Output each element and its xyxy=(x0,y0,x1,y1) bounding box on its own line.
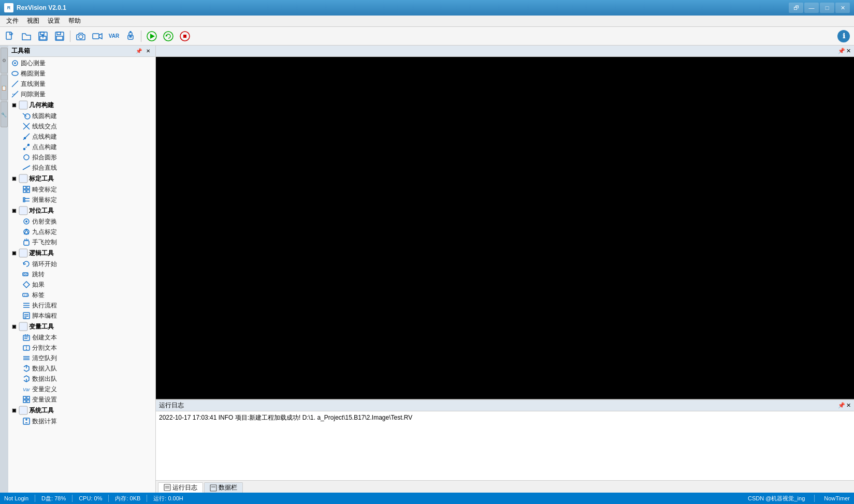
tree-item-script[interactable]: 脚本编程 xyxy=(20,310,155,321)
tree-item-if[interactable]: 如果 xyxy=(20,279,155,290)
content-area: 📌 ✕ 运行日志 📌 ✕ 2022-10-17 17:03:41 INFO 项目… xyxy=(156,46,854,493)
tree-item-line-measure[interactable]: 直线测量 xyxy=(8,79,155,89)
alignment-children: 仿射变换 九点标定 手飞控制 xyxy=(8,216,155,247)
canvas-close-button[interactable]: ✕ xyxy=(846,48,851,54)
tree-item-measure-cal[interactable]: 测量标定 xyxy=(20,195,155,205)
tree-item-data-enqueue[interactable]: 数据入队 xyxy=(20,363,155,374)
log-tab-run-log[interactable]: 运行日志 xyxy=(158,482,203,493)
canvas-pin-button[interactable]: 📌 xyxy=(838,48,845,54)
minimize-button[interactable]: — xyxy=(804,3,819,13)
tree-item-ellipse-measure[interactable]: 椭圆测量 xyxy=(8,68,155,79)
tree-item-clear-queue[interactable]: 清空队列 xyxy=(20,353,155,363)
svg-text:123: 123 xyxy=(24,294,30,297)
menu-help[interactable]: 帮助 xyxy=(64,16,85,26)
svg-rect-7 xyxy=(57,32,61,35)
left-tab-3[interactable]: 🔧 xyxy=(1,101,8,127)
sidebar-controls: 📌 ✕ xyxy=(135,47,152,55)
open-button[interactable] xyxy=(19,29,34,43)
log-close-button[interactable]: ✕ xyxy=(846,402,851,409)
login-status-text: Not Login xyxy=(4,495,28,501)
restore-button[interactable]: 🗗 xyxy=(789,3,803,13)
menu-view[interactable]: 视图 xyxy=(23,16,44,26)
title-bar: R RexVision V2.0.1 🗗 — □ ✕ xyxy=(0,0,854,16)
group-variable[interactable]: ▣ 变量工具 xyxy=(8,321,155,332)
save-as-button[interactable] xyxy=(35,29,51,43)
tree-item-line-intersect[interactable]: 线线交点 xyxy=(20,121,155,131)
loop-button[interactable] xyxy=(161,29,176,43)
point-point-icon xyxy=(22,142,31,152)
stop-button[interactable] xyxy=(177,29,193,43)
expand-icon-alignment: ▣ xyxy=(10,207,18,214)
svg-line-38 xyxy=(24,145,28,149)
tree-item-affine[interactable]: 仿射变换 xyxy=(20,216,155,227)
tree-item-label[interactable]: 123 标签 xyxy=(20,290,155,300)
tree-item-circle-measure[interactable]: 圆心测量 xyxy=(8,58,155,68)
loop-start-icon xyxy=(22,259,31,269)
tree-item-split-text[interactable]: 分割文本 xyxy=(20,343,155,353)
tree-item-point-point[interactable]: 点点构建 xyxy=(20,142,155,152)
tree-item-line-circle[interactable]: 线圆构建 xyxy=(20,111,155,121)
sidebar: 工具箱 📌 ✕ 圆心测量 xyxy=(8,46,156,493)
runtime-text: 运行: 0.00H xyxy=(153,495,183,502)
left-tab-2[interactable]: 📋 xyxy=(1,75,8,100)
new-button[interactable] xyxy=(2,29,18,43)
robot-button[interactable] xyxy=(123,29,138,43)
var-define-icon: Var xyxy=(22,384,31,394)
tree-item-fit-circle[interactable]: 拟合圆形 xyxy=(20,152,155,162)
group-alignment[interactable]: ▣ 对位工具 xyxy=(8,205,155,216)
log-tabs: 运行日志 数据栏 xyxy=(156,480,854,493)
tree-item-distortion[interactable]: 畸变标定 xyxy=(20,184,155,195)
tree-item-var-define[interactable]: Var 变量定义 xyxy=(20,384,155,394)
camera-button[interactable] xyxy=(73,29,89,43)
tree-item-hand-control[interactable]: 手飞控制 xyxy=(20,237,155,247)
svg-rect-3 xyxy=(40,32,44,35)
variable-children: 创建文本 分割文本 清空队列 xyxy=(8,332,155,405)
svg-rect-88 xyxy=(27,400,30,403)
tree-item-gap-measure[interactable]: 间隙测量 xyxy=(8,89,155,99)
log-header: 运行日志 📌 ✕ xyxy=(156,400,854,411)
group-calibration[interactable]: ▣ 标定工具 xyxy=(8,173,155,184)
expand-icon-system: ▣ xyxy=(10,407,18,414)
cpu-text: CPU: 0% xyxy=(79,495,102,501)
status-bar: Not Login D盘: 78% CPU: 0% 内存: 0KB 运行: 0.… xyxy=(0,493,854,504)
window-controls: 🗗 — □ ✕ xyxy=(789,3,850,13)
info-button[interactable]: ℹ xyxy=(837,30,850,42)
group-icon-logic xyxy=(19,248,28,258)
csdn-text: CSDN @机器视觉_ing xyxy=(748,495,805,502)
canvas-header: 📌 ✕ xyxy=(156,46,854,57)
svg-rect-47 xyxy=(23,200,25,202)
tree-item-exec-flow[interactable]: 执行流程 xyxy=(20,300,155,310)
fit-line-icon xyxy=(22,163,31,172)
tree-item-loop-start[interactable]: 循环开始 xyxy=(20,259,155,269)
status-sep-2 xyxy=(72,495,73,502)
close-button[interactable]: ✕ xyxy=(835,3,850,13)
tree-item-nine-point[interactable]: 九点标定 xyxy=(20,227,155,237)
group-logic[interactable]: ▣ 逻辑工具 xyxy=(8,247,155,259)
sidebar-pin-button[interactable]: 📌 xyxy=(135,47,143,55)
tree-item-goto[interactable]: GO 跳转 xyxy=(20,269,155,279)
tree-item-var-set[interactable]: 变量设置 xyxy=(20,394,155,405)
log-title: 运行日志 xyxy=(159,401,184,410)
menu-settings[interactable]: 设置 xyxy=(44,16,64,26)
tree-item-calc[interactable]: 数据计算 xyxy=(20,416,155,426)
log-tab-data[interactable]: 数据栏 xyxy=(204,482,243,493)
status-right-text: CSDN @机器视觉_ing xyxy=(748,495,805,502)
left-tab-1[interactable]: ⚙ xyxy=(1,48,8,73)
video-button[interactable] xyxy=(90,29,105,43)
maximize-button[interactable]: □ xyxy=(820,3,834,13)
label-icon: 123 xyxy=(22,290,31,300)
sidebar-close-button[interactable]: ✕ xyxy=(144,47,152,55)
measure-cal-icon xyxy=(22,195,31,204)
run-button[interactable] xyxy=(144,29,160,43)
tree-item-point-line[interactable]: 点线构建 xyxy=(20,131,155,142)
group-system[interactable]: ▣ 系统工具 xyxy=(8,405,155,416)
log-pin-button[interactable]: 📌 xyxy=(838,402,845,409)
save-button[interactable] xyxy=(52,29,67,43)
tree-item-data-dequeue[interactable]: 数据出队 xyxy=(20,374,155,384)
var-button[interactable]: VAR xyxy=(106,29,122,43)
tree-item-create-text[interactable]: 创建文本 xyxy=(20,332,155,343)
tree-item-fit-line[interactable]: 拟合直线 xyxy=(20,162,155,173)
group-geometry-build[interactable]: ▣ 几何构建 xyxy=(8,99,155,111)
svg-point-30 xyxy=(25,114,30,119)
menu-file[interactable]: 文件 xyxy=(2,16,23,26)
